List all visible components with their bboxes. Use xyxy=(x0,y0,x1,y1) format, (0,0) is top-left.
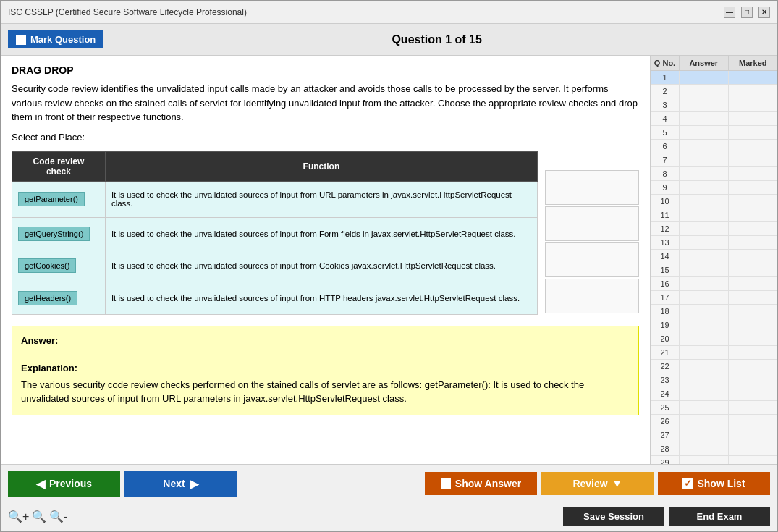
sidebar-row[interactable]: 4 xyxy=(651,112,777,126)
method-getheaders[interactable]: getHeaders() xyxy=(18,291,77,305)
answer-label: Answer: xyxy=(21,335,630,346)
question-text: Security code review identifies the unva… xyxy=(12,82,639,124)
sidebar-cell-qno: 1 xyxy=(651,71,680,84)
sidebar-cell-qno: 17 xyxy=(651,291,680,304)
sidebar-row[interactable]: 19 xyxy=(651,318,777,332)
sidebar-row[interactable]: 1 xyxy=(651,71,777,85)
sidebar-row[interactable]: 5 xyxy=(651,126,777,140)
end-exam-label: End Exam xyxy=(697,511,743,522)
window-title: ISC CSSLP (Certified Secure Software Lif… xyxy=(8,7,247,17)
save-session-button[interactable]: Save Session xyxy=(563,507,664,526)
sidebar-row[interactable]: 15 xyxy=(651,263,777,277)
sidebar-row[interactable]: 25 xyxy=(651,401,777,415)
sidebar-row[interactable]: 22 xyxy=(651,360,777,373)
window-controls: — □ ✕ xyxy=(724,7,770,18)
maximize-button[interactable]: □ xyxy=(741,7,753,18)
sidebar-cell-answer xyxy=(680,181,729,194)
drop-target-3[interactable] xyxy=(545,242,639,277)
sidebar-cell-marked xyxy=(729,346,778,359)
sidebar-cell-marked xyxy=(729,85,778,98)
sidebar-row[interactable]: 12 xyxy=(651,222,777,236)
show-list-icon xyxy=(682,478,693,489)
sidebar-row[interactable]: 17 xyxy=(651,291,777,305)
show-answer-button[interactable]: Show Answer xyxy=(425,472,537,495)
sidebar-row[interactable]: 13 xyxy=(651,236,777,250)
sidebar-cell-answer xyxy=(680,415,729,428)
sidebar-row[interactable]: 21 xyxy=(651,346,777,360)
sidebar-cell-answer xyxy=(680,277,729,290)
sidebar-cell-marked xyxy=(729,318,778,332)
sidebar-row[interactable]: 14 xyxy=(651,250,777,263)
sidebar-cell-answer xyxy=(680,346,729,359)
previous-button[interactable]: ◀ Previous xyxy=(8,471,120,497)
sidebar-cell-marked xyxy=(729,401,778,414)
mark-question-button[interactable]: Mark Question xyxy=(8,30,103,48)
drop-target-1[interactable] xyxy=(545,170,639,205)
sidebar-cell-qno: 22 xyxy=(651,360,680,373)
bottom-buttons-row: ◀ Previous Next ▶ Show Answer Review ▼ S… xyxy=(1,465,777,502)
sidebar-row[interactable]: 3 xyxy=(651,98,777,112)
select-place-label: Select and Place: xyxy=(12,132,639,143)
method-getquerystring[interactable]: getQueryString() xyxy=(18,227,90,241)
sidebar-cell-marked xyxy=(729,442,778,455)
sidebar-cell-qno: 14 xyxy=(651,250,680,263)
sidebar-row[interactable]: 10 xyxy=(651,195,777,208)
sidebar-cell-answer xyxy=(680,456,729,464)
show-list-button[interactable]: Show List xyxy=(658,472,770,495)
drop-target-area xyxy=(545,151,639,315)
sidebar-row[interactable]: 2 xyxy=(651,85,777,98)
sidebar-cell-qno: 19 xyxy=(651,318,680,332)
main-window: ISC CSSLP (Certified Secure Software Lif… xyxy=(0,0,778,532)
zoom-in-button[interactable]: 🔍+ xyxy=(8,510,29,523)
sidebar-cell-marked xyxy=(729,277,778,290)
minimize-button[interactable]: — xyxy=(724,7,735,18)
drop-target-4[interactable] xyxy=(545,279,639,313)
close-button[interactable]: ✕ xyxy=(758,7,770,18)
sidebar-row[interactable]: 26 xyxy=(651,415,777,428)
sidebar-header: Q No. Answer Marked xyxy=(651,56,777,71)
sidebar-cell-qno: 15 xyxy=(651,263,680,276)
sidebar-cell-qno: 6 xyxy=(651,140,680,153)
sidebar-cell-marked xyxy=(729,360,778,373)
method-getparameter[interactable]: getParameter() xyxy=(18,192,85,206)
sidebar-cell-marked xyxy=(729,140,778,153)
mark-checkbox-icon xyxy=(16,35,26,45)
sidebar-row[interactable]: 20 xyxy=(651,332,777,346)
sidebar-row[interactable]: 23 xyxy=(651,373,777,387)
sidebar-row[interactable]: 28 xyxy=(651,442,777,456)
bottom-bar: ◀ Previous Next ▶ Show Answer Review ▼ S… xyxy=(1,464,777,531)
sidebar-cell-answer xyxy=(680,98,729,111)
sidebar-row[interactable]: 7 xyxy=(651,153,777,167)
sidebar-row[interactable]: 8 xyxy=(651,167,777,181)
method-getcookies[interactable]: getCookies() xyxy=(18,258,76,273)
zoom-reset-button[interactable]: 🔍 xyxy=(32,510,46,523)
sidebar-cell-qno: 26 xyxy=(651,415,680,428)
next-button[interactable]: Next ▶ xyxy=(124,471,237,497)
sidebar-cell-answer xyxy=(680,373,729,387)
drag-drop-area: Code review check Function getParameter(… xyxy=(12,151,639,315)
review-button[interactable]: Review ▼ xyxy=(541,472,654,495)
sidebar-row[interactable]: 18 xyxy=(651,305,777,318)
sidebar-cell-answer xyxy=(680,305,729,318)
sidebar-cell-marked xyxy=(729,112,778,125)
sidebar-cell-qno: 9 xyxy=(651,181,680,194)
sidebar-cell-qno: 7 xyxy=(651,153,680,166)
zoom-out-button[interactable]: 🔍- xyxy=(49,510,67,523)
review-dropdown-icon: ▼ xyxy=(612,478,622,489)
sidebar-row[interactable]: 11 xyxy=(651,208,777,222)
sidebar-cell-qno: 23 xyxy=(651,373,680,387)
sidebar-cell-answer xyxy=(680,140,729,153)
sidebar-cell-qno: 27 xyxy=(651,428,680,442)
sidebar-cell-marked xyxy=(729,373,778,387)
sidebar-row[interactable]: 6 xyxy=(651,140,777,153)
code-review-table: Code review check Function getParameter(… xyxy=(12,151,538,315)
sidebar-cell-marked xyxy=(729,332,778,345)
sidebar-row[interactable]: 24 xyxy=(651,387,777,401)
drop-target-2[interactable] xyxy=(545,206,639,241)
sidebar-row[interactable]: 9 xyxy=(651,181,777,195)
sidebar-row[interactable]: 27 xyxy=(651,428,777,442)
end-exam-button[interactable]: End Exam xyxy=(669,507,770,526)
sidebar-row[interactable]: 29 xyxy=(651,456,777,464)
sidebar-cell-marked xyxy=(729,126,778,139)
sidebar-row[interactable]: 16 xyxy=(651,277,777,291)
